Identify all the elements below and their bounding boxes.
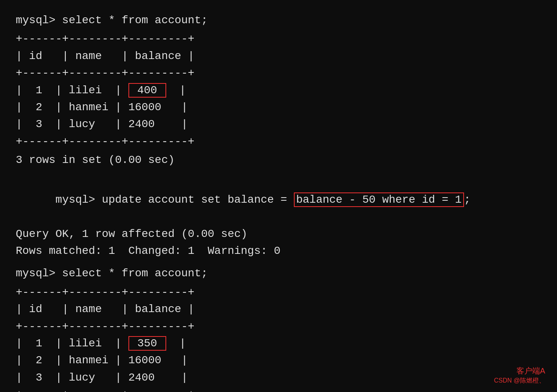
- table-sep-bot-3: +------+--------+---------+: [16, 386, 541, 392]
- update-result-1: Query OK, 1 row affected (0.00 sec): [16, 226, 541, 242]
- table-3: +------+--------+---------+ | id | name …: [16, 284, 541, 392]
- watermark-line2: CSDN @陈燃橙、: [494, 376, 545, 385]
- table-row-3-1: | 1 | lilei | 350 |: [16, 335, 541, 352]
- block2: mysql> update account set balance = bala…: [16, 174, 541, 260]
- table-row-3-2: | 2 | hanmei | 16000 |: [16, 352, 541, 369]
- update-highlighted: balance - 50 where id = 1: [294, 192, 464, 207]
- update-prompt: mysql> update account set balance = bala…: [16, 174, 541, 226]
- terminal-window: mysql> select * from account; +------+--…: [0, 0, 557, 392]
- watermark: 客户端A CSDN @陈燃橙、: [494, 365, 545, 385]
- update-result-2: Rows matched: 1 Changed: 1 Warnings: 0: [16, 242, 541, 259]
- table-1: +------+--------+---------+ | id | name …: [16, 30, 541, 150]
- prompt-1: mysql> select * from account;: [16, 12, 541, 29]
- block3: mysql> select * from account; +------+--…: [16, 265, 541, 392]
- watermark-line1: 客户端A: [494, 365, 545, 376]
- table-sep-top-3: +------+--------+---------+: [16, 284, 541, 301]
- table-header-3: | id | name | balance |: [16, 301, 541, 318]
- footer-1: 3 rows in set (0.00 sec): [16, 152, 541, 168]
- block1: mysql> select * from account; +------+--…: [16, 12, 541, 169]
- table-sep-top-1: +------+--------+---------+: [16, 30, 541, 47]
- table-row-3-3: | 3 | lucy | 2400 |: [16, 369, 541, 386]
- table-row-1-1: | 1 | lilei | 400 |: [16, 82, 541, 99]
- balance-highlight-3: 350: [128, 336, 166, 351]
- table-sep-bot-1: +------+--------+---------+: [16, 133, 541, 150]
- prompt-3: mysql> select * from account;: [16, 265, 541, 282]
- table-sep-mid-3: +------+--------+---------+: [16, 318, 541, 335]
- table-sep-mid-1: +------+--------+---------+: [16, 65, 541, 81]
- balance-highlight-1: 400: [128, 83, 166, 98]
- update-prefix: mysql> update account set balance =: [56, 194, 294, 206]
- table-header-1: | id | name | balance |: [16, 48, 541, 65]
- update-suffix: ;: [464, 194, 471, 206]
- table-row-1-3: | 3 | lucy | 2400 |: [16, 116, 541, 133]
- table-row-1-2: | 2 | hanmei | 16000 |: [16, 99, 541, 116]
